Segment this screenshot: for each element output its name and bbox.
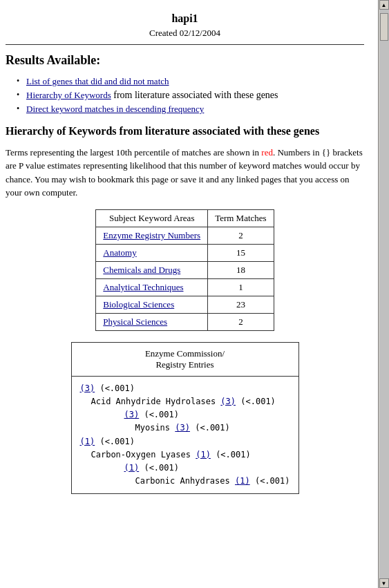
- genes-list-link[interactable]: List of genes that did and did not match: [26, 76, 169, 86]
- table-cell-count: 23: [208, 296, 274, 313]
- table-row: Anatomy15: [96, 244, 274, 261]
- enzyme-line: Myosins (3) (<.001): [80, 421, 290, 435]
- enzyme-text: Acid Anhydride Hydrolases: [91, 397, 221, 406]
- description-text: Terms representing the largest 10th perc…: [6, 146, 364, 200]
- table-cell-label: Chemicals and Drugs: [96, 261, 208, 278]
- table-cell-label: Physical Sciences: [96, 313, 208, 330]
- enzyme-header-line1: Enzyme Commission/: [145, 348, 225, 359]
- table-cell-label: Anatomy: [96, 244, 208, 261]
- enzyme-text: Carbonic Anhydrases: [135, 476, 236, 486]
- enzyme-line: (1) (<.001): [80, 435, 290, 448]
- enzyme-link[interactable]: (1): [196, 450, 211, 459]
- table-cell-label: Analytical Techniques: [96, 278, 208, 296]
- red-text: red: [261, 147, 273, 158]
- list-item: List of genes that did and did not match: [17, 76, 364, 87]
- table-cell-count: 2: [208, 313, 274, 330]
- table-cell-count: 18: [208, 261, 274, 278]
- table-cell-count: 2: [208, 227, 274, 244]
- scrollbar-track: [379, 10, 389, 578]
- enzyme-link[interactable]: (3): [124, 410, 140, 419]
- col2-header: Term Matches: [208, 209, 274, 227]
- table-row: Analytical Techniques1: [96, 278, 274, 296]
- enzyme-link[interactable]: (1): [80, 437, 95, 446]
- enzyme-text: (<.001): [236, 397, 276, 406]
- keyword-area-link[interactable]: Chemicals and Drugs: [103, 265, 180, 275]
- enzyme-text: (<.001): [211, 450, 251, 459]
- enzyme-header-line2: Registry Entries: [155, 359, 214, 370]
- scroll-down-button[interactable]: ▼: [379, 578, 389, 588]
- scrollbar: ▲ ▼: [378, 0, 389, 588]
- table-row: Chemicals and Drugs18: [96, 261, 274, 278]
- direct-keyword-link[interactable]: Direct keyword matches in descending fre…: [26, 104, 204, 114]
- enzyme-link[interactable]: (3): [220, 397, 236, 406]
- enzyme-line: Carbon-Oxygen Lyases (1) (<.001): [80, 448, 290, 462]
- enzyme-box-header: Enzyme Commission/ Registry Entries: [72, 343, 298, 377]
- header-divider: [6, 44, 364, 45]
- keyword-area-link[interactable]: Enzyme Registry Numbers: [103, 230, 200, 240]
- enzyme-box-content: (3) (<.001)Acid Anhydride Hydrolases (3)…: [72, 377, 298, 494]
- scrollbar-thumb[interactable]: [380, 13, 388, 41]
- list-item: Direct keyword matches in descending fre…: [17, 104, 364, 115]
- enzyme-text: Carbon-Oxygen Lyases: [91, 450, 196, 459]
- enzyme-link[interactable]: (3): [80, 383, 95, 393]
- enzyme-link[interactable]: (1): [235, 476, 250, 486]
- enzyme-text: (<.001): [95, 437, 135, 446]
- section-heading: Hierarchy of Keywords from literature as…: [6, 124, 364, 139]
- enzyme-text: (<.001): [190, 423, 230, 433]
- scroll-up-button[interactable]: ▲: [379, 0, 389, 10]
- main-content: hapi1 Created 02/12/2004 Results Availab…: [0, 0, 378, 588]
- table-row: Biological Sciences23: [96, 296, 274, 313]
- page-title: hapi1: [6, 12, 364, 25]
- enzyme-link[interactable]: (1): [124, 463, 140, 473]
- col1-header: Subject Keyword Areas: [96, 209, 208, 227]
- table-cell-count: 1: [208, 278, 274, 296]
- enzyme-line: Carbonic Anhydrases (1) (<.001): [80, 475, 290, 488]
- results-header: Results Available:: [6, 53, 364, 68]
- enzyme-line: (3) (<.001): [80, 408, 290, 421]
- results-links-list: List of genes that did and did not match…: [17, 76, 364, 115]
- enzyme-link[interactable]: (3): [175, 423, 190, 433]
- hierarchy-suffix: from literature associated with these ge…: [111, 90, 278, 100]
- keyword-area-link[interactable]: Physical Sciences: [103, 316, 167, 327]
- hierarchy-link[interactable]: Hierarchy of Keywords: [26, 90, 111, 100]
- keyword-area-link[interactable]: Analytical Techniques: [103, 282, 183, 292]
- table-row: Physical Sciences2: [96, 313, 274, 330]
- enzyme-text: (<.001): [139, 463, 179, 473]
- enzyme-text: (<.001): [139, 410, 179, 419]
- enzyme-line: (1) (<.001): [80, 462, 290, 475]
- table-cell-label: Biological Sciences: [96, 296, 208, 313]
- enzyme-line: Acid Anhydride Hydrolases (3) (<.001): [80, 395, 290, 408]
- enzyme-text: Myosins: [135, 423, 175, 433]
- enzyme-box: Enzyme Commission/ Registry Entries (3) …: [71, 342, 299, 495]
- enzyme-text: (<.001): [95, 383, 135, 393]
- keyword-table: Subject Keyword Areas Term Matches Enzym…: [95, 209, 274, 331]
- enzyme-line: (3) (<.001): [80, 382, 290, 395]
- keyword-area-link[interactable]: Anatomy: [103, 247, 136, 258]
- keyword-area-link[interactable]: Biological Sciences: [103, 299, 174, 310]
- list-item: Hierarchy of Keywords from literature as…: [17, 90, 364, 101]
- page-subtitle: Created 02/12/2004: [6, 28, 364, 39]
- enzyme-text: (<.001): [250, 476, 290, 486]
- table-cell-label: Enzyme Registry Numbers: [96, 227, 208, 244]
- table-row: Enzyme Registry Numbers2: [96, 227, 274, 244]
- description-prefix: Terms representing the largest 10th perc…: [6, 147, 261, 158]
- table-cell-count: 15: [208, 244, 274, 261]
